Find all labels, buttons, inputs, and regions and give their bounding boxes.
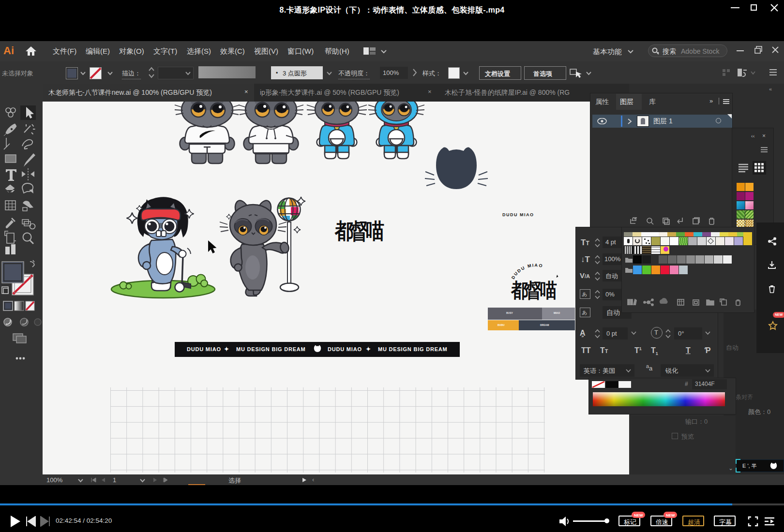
svg-text:DUDU MIAO: DUDU MIAO [511, 263, 544, 280]
